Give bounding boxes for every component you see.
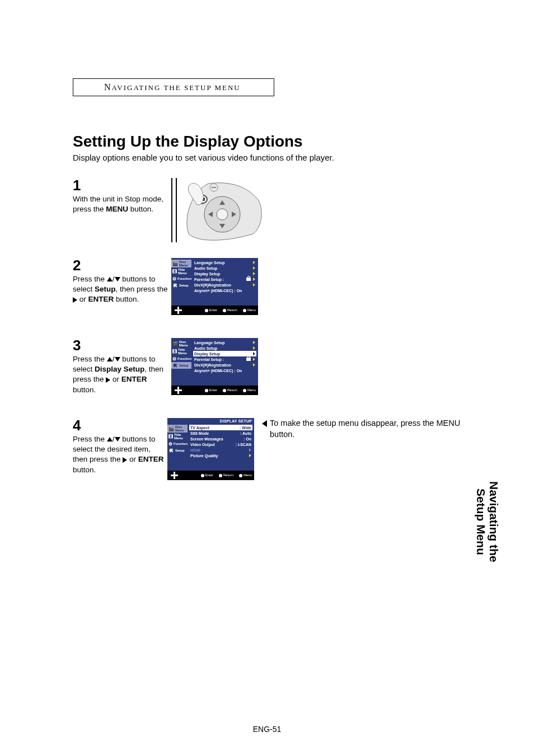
side-title-line2: Setup Menu: [475, 489, 488, 555]
step-2-d: or: [77, 295, 88, 303]
osd-row-label: Display Setup: [194, 352, 251, 356]
osd-footer-enter: Enter: [205, 308, 217, 312]
osd-footer: EnterReturnMenu: [167, 471, 254, 480]
step-3: 3 Press the / buttons to select Display …: [73, 338, 478, 402]
osd-row: Audio Setup: [193, 345, 256, 351]
osd-row-label: TV Aspect: [190, 426, 237, 430]
osd-row-label: DivX(R)Registration: [194, 283, 251, 287]
step-4: 4 Press the / buttons to select the desi…: [73, 418, 478, 482]
osd-row-label: Audio Setup: [194, 346, 251, 350]
osd-row-label: Language Setup: [194, 261, 251, 265]
osd-side-item: 🎞Title Menu: [167, 433, 188, 440]
step-2: 2 Press the / buttons to select Setup, t…: [73, 258, 478, 322]
step-3-bold2: ENTER: [121, 375, 147, 383]
osd-row: Anynet+ (HDMI-CEC) : On: [193, 288, 256, 293]
osd-footer-return: Return: [219, 473, 233, 477]
osd-side-label: Disc Menu: [175, 425, 186, 432]
osd-side-item: ⚙Function: [171, 275, 191, 282]
osd-side-label: Setup: [175, 449, 185, 452]
down-icon: [115, 277, 120, 281]
arrow-right-icon: [253, 261, 255, 264]
osd-side-icon: 🛠: [172, 363, 178, 368]
osd-row: TV Aspect: Wide: [189, 425, 252, 430]
osd-footer-menu: Menu: [239, 473, 252, 477]
note-arrow-icon: [262, 420, 267, 427]
osd-row: Language Setup: [193, 340, 256, 345]
osd-side-label: Title Menu: [174, 433, 186, 440]
dpad-icon: [171, 472, 178, 479]
osd-footer-enter: Enter: [201, 473, 213, 477]
osd-row-value: : I-SCAN: [233, 443, 251, 447]
step-4-note: To make the setup menu disappear, press …: [262, 418, 478, 440]
osd-side-icon: 🛠: [168, 448, 174, 453]
osd-row: Parental Setup :: [193, 356, 256, 362]
osd-row-value: : On: [241, 437, 251, 441]
osd-footer-menu: Menu: [243, 388, 256, 392]
osd-row: HDMI: [189, 447, 252, 453]
osd-footer-return: Return: [223, 308, 237, 312]
step-1-bold: MENU: [106, 205, 128, 213]
osd-footer-enter: Enter: [205, 388, 217, 392]
osd-row-value: : Wide: [237, 426, 251, 430]
step-1: 1 With the unit in Stop mode, press the …: [73, 178, 478, 242]
step-2-bold1: Setup: [95, 285, 116, 293]
osd-footer: EnterReturnMenu: [171, 386, 258, 395]
arrow-right-icon: [249, 454, 251, 457]
step-4-e: button.: [73, 466, 96, 474]
osd-row: Picture Quality: [189, 453, 252, 458]
osd-side-icon: ⚙: [172, 356, 176, 361]
right-icon: [73, 297, 77, 303]
osd-row: Display Setup: [193, 351, 256, 356]
osd-side-icon: 🎬: [172, 261, 178, 266]
osd-side-item: 🎞Title Menu: [171, 267, 191, 275]
step-2-a: Press the: [73, 275, 107, 283]
section-tab-w1: AVIGATING: [112, 83, 161, 92]
osd-row: DivX(R)Registration: [193, 362, 256, 368]
step-divider: [171, 178, 177, 242]
down-icon: [115, 357, 120, 361]
osd-side-item: 🛠Setup: [171, 282, 191, 289]
osd-side-icon: 🎞: [168, 434, 173, 439]
osd-row-label: Audio Setup: [194, 266, 251, 270]
section-tab-cap: N: [104, 82, 112, 92]
osd-side-label: Disc Menu: [179, 340, 190, 347]
osd-side-icon: 🎬: [172, 341, 178, 346]
step-3-number: 3: [73, 338, 168, 353]
step-3-a: Press the: [73, 355, 107, 363]
step-1-illustration: MENU: [180, 178, 267, 242]
osd-title: DISPLAY SETUP: [167, 418, 254, 423]
arrow-right-icon: [249, 448, 251, 452]
up-icon: [107, 437, 113, 442]
osd-side-icon: 🛠: [172, 283, 178, 288]
dpad-icon: [175, 387, 182, 394]
step-4-a: Press the: [73, 435, 107, 443]
down-icon: [115, 437, 120, 442]
osd-side-item: 🎬Disc Menu: [171, 340, 191, 348]
osd-row-label: Anynet+ (HDMI-CEC) : On: [194, 289, 255, 293]
osd-row: DivX(R)Registration: [193, 282, 256, 288]
osd-row: Anynet+ (HDMI-CEC) : On: [193, 368, 256, 373]
osd-side-label: Title Menu: [178, 268, 190, 275]
arrow-right-icon: [253, 352, 255, 355]
osd-row-label: Parental Setup :: [194, 278, 244, 281]
page-subheading: Display options enable you to set variou…: [73, 153, 478, 162]
osd-side-label: Function: [177, 277, 191, 280]
osd-side-label: Setup: [179, 364, 189, 367]
step-2-c: , then press the: [116, 285, 168, 293]
osd-row-label: Anynet+ (HDMI-CEC) : On: [194, 369, 255, 373]
section-tab-rest: THE SETUP MENU: [161, 83, 240, 92]
dpad-icon: [175, 307, 182, 314]
step-1-text-b: button.: [128, 205, 153, 213]
arrow-right-icon: [253, 341, 255, 344]
osd-side-item: 🎬Disc Menu: [171, 260, 191, 267]
osd-side-label: Title Menu: [178, 348, 190, 355]
osd-side-label: Function: [174, 442, 188, 445]
step-4-osd: DISPLAY SETUP🎬Disc Menu🎞Title Menu⚙Funct…: [167, 418, 254, 482]
osd-side-item: ⚙Function: [167, 440, 188, 447]
arrow-right-icon: [253, 283, 255, 287]
page-number: ENG-51: [0, 725, 534, 734]
step-2-bold2: ENTER: [88, 295, 114, 303]
up-icon: [107, 357, 113, 361]
lock-icon: [246, 358, 251, 361]
osd-row: Language Setup: [193, 260, 256, 265]
